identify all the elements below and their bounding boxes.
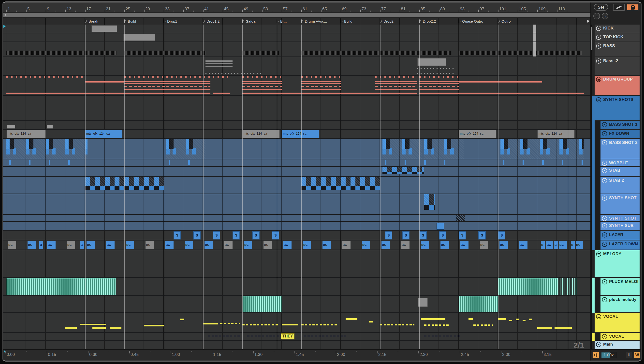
lane-fx-down[interactable]: mts_efx_124_samts_efx_124_samts_efx_124_… — [3, 130, 590, 138]
note-clip[interactable] — [65, 327, 77, 329]
clip-bc[interactable]: BC — [165, 241, 174, 249]
midiB-clip[interactable] — [7, 76, 85, 95]
dots-clip[interactable] — [205, 73, 262, 74]
clip-bc[interactable]: BC — [8, 241, 16, 249]
locator-flag[interactable]: Drop2.2 — [419, 18, 436, 24]
vertical-scrollbar[interactable] — [590, 24, 592, 349]
track-header-bass-2[interactable]: ▼Bass .2 — [595, 57, 639, 75]
clip-bc[interactable]: BC — [224, 241, 232, 249]
midiA-clip[interactable] — [124, 76, 210, 95]
scrollbar-thumb[interactable] — [591, 27, 592, 50]
locator-flag[interactable]: Build — [124, 18, 136, 24]
clip-bc[interactable]: BC — [382, 241, 390, 249]
clip-bc[interactable]: BC — [106, 241, 115, 249]
bshot-clip[interactable] — [166, 139, 205, 159]
lock-envelopes-button[interactable] — [627, 4, 638, 11]
track-header-vocal[interactable]: ▼VOCAL — [600, 333, 639, 340]
clip-bc[interactable]: BC — [67, 241, 75, 249]
locator-row[interactable]: BreakBuildDrop1Drop1.2SaídaBr...Drums+Vo… — [3, 18, 590, 24]
clip-b[interactable]: B — [39, 241, 43, 249]
note-clip[interactable] — [554, 327, 572, 329]
note-clip[interactable] — [92, 327, 106, 329]
clip-bc[interactable]: BC — [146, 241, 154, 249]
locator-flag[interactable]: Drop1.2 — [203, 18, 219, 24]
fold-arrow-icon[interactable]: ▼ — [602, 297, 607, 302]
gray-clip[interactable] — [418, 298, 428, 307]
lane-vocal[interactable]: THEY — [3, 333, 590, 340]
track-header-drum-group[interactable]: DRUM GROUP — [595, 76, 639, 95]
clip-bc[interactable]: BC — [576, 241, 583, 249]
clip-bc[interactable]: BC — [546, 241, 553, 249]
dash-clip[interactable] — [473, 324, 493, 326]
chk-clip[interactable] — [85, 177, 164, 194]
note-clip[interactable] — [369, 321, 373, 322]
track-header-lazer[interactable]: ▶LAZER — [600, 231, 639, 240]
play-icon[interactable]: ▶ — [602, 216, 607, 221]
wob-clip[interactable] — [169, 160, 205, 166]
play-icon[interactable]: ▶ — [602, 168, 607, 173]
wob-clip[interactable] — [385, 160, 464, 166]
teal-clip[interactable] — [459, 296, 498, 312]
locator-flag[interactable]: Br... — [277, 18, 287, 24]
clip-bc[interactable]: BC — [559, 241, 567, 249]
group-icon[interactable] — [596, 77, 601, 82]
note-clip[interactable] — [498, 318, 506, 320]
draw-mode-button[interactable] — [613, 4, 625, 11]
clip-b[interactable]: B — [554, 241, 558, 249]
clip-bc[interactable]: BC — [421, 241, 429, 249]
midiC-clip[interactable] — [459, 76, 542, 95]
time-ruler[interactable]: 0:000:150:300:451:001:151:301:452:002:15… — [3, 350, 590, 360]
locator-flag[interactable]: Drop1 — [164, 18, 177, 24]
clip-mts-efx-124-sa[interactable]: mts_efx_124_sa — [85, 130, 122, 138]
midiC-clip[interactable] — [85, 76, 124, 95]
chk-clip[interactable] — [383, 167, 424, 176]
lane-main[interactable]: 2/1 — [3, 341, 590, 349]
clip-s[interactable]: S — [193, 231, 201, 239]
note-clip[interactable] — [529, 318, 532, 320]
clip-bc[interactable]: BC — [47, 241, 56, 249]
wob-clip[interactable] — [503, 160, 584, 166]
clip-s[interactable]: S — [385, 231, 392, 239]
chip-clip[interactable] — [7, 125, 15, 128]
set-locator-button[interactable]: Set — [594, 4, 608, 10]
teal-clip[interactable] — [498, 278, 557, 295]
clip-s[interactable]: S — [478, 231, 486, 239]
midiA-clip[interactable] — [242, 76, 282, 95]
fold-arrow-icon[interactable]: ▼ — [602, 279, 607, 284]
group-icon[interactable] — [596, 252, 601, 257]
bshot-clip[interactable] — [424, 139, 464, 159]
clip-bc[interactable]: BC — [362, 241, 370, 249]
note-clip[interactable] — [509, 320, 512, 321]
bar-ruler[interactable]: 1591317212529333741454953576165697377818… — [3, 2, 590, 12]
code-clip[interactable] — [301, 50, 451, 55]
clip-s[interactable]: S — [232, 231, 240, 239]
clip-bc[interactable]: BC — [401, 241, 410, 249]
gstack-clip[interactable] — [205, 59, 232, 67]
clip-s[interactable]: S — [213, 231, 220, 239]
track-header-kick[interactable]: ▶KICK — [595, 24, 639, 33]
clip-bc[interactable]: BC — [460, 241, 469, 249]
note-clip[interactable] — [421, 318, 445, 320]
locator-flag[interactable]: Outro — [498, 18, 511, 24]
note-clip[interactable] — [537, 327, 552, 329]
midiA-clip[interactable] — [301, 76, 341, 95]
track-header-melody[interactable]: MELODY — [595, 250, 639, 277]
lane-vocal[interactable] — [3, 313, 590, 332]
lane-synth-sub[interactable] — [3, 222, 590, 230]
clip-bc[interactable]: BC — [480, 241, 488, 249]
dash-clip[interactable] — [301, 324, 338, 325]
dash-clip[interactable] — [247, 336, 282, 336]
clip-s[interactable]: S — [439, 231, 446, 239]
lane-lazer-down[interactable]: BCBCBBCBCBBCBCBCBCBCBCBCBCBCBCBCBCBCBCBC… — [3, 240, 590, 250]
clip-s[interactable]: S — [272, 231, 279, 239]
play-icon[interactable]: ▶ — [602, 131, 607, 136]
track-header-pluck-melody[interactable]: ▼pluck melody — [600, 296, 639, 312]
track-header-fx-down[interactable]: ▶FX DOWN — [600, 130, 639, 138]
lane-bass-shot-1[interactable] — [3, 121, 590, 129]
blue-clip[interactable] — [437, 223, 444, 230]
clip-bc[interactable]: BC — [323, 241, 331, 249]
clip-s[interactable]: S — [252, 231, 259, 239]
clip-bc[interactable]: BC — [204, 241, 213, 249]
locator-flag[interactable]: Drop2 — [380, 18, 394, 24]
clip-bc[interactable]: BC — [519, 241, 527, 249]
